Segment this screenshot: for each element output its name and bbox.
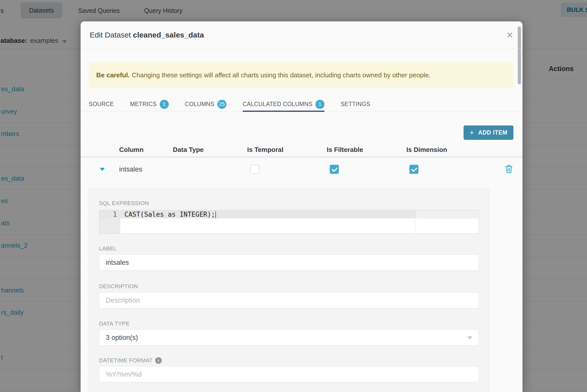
add-item-button[interactable]: + ADD ITEM [464, 125, 513, 140]
collapse-caret-icon[interactable] [100, 168, 105, 171]
description-field-label: DESCRIPTION [99, 283, 479, 290]
is-temporal-checkbox[interactable] [250, 165, 259, 174]
close-icon[interactable]: ✕ [506, 31, 514, 39]
header-is-temporal: Is Temporal [247, 146, 327, 154]
select-caret-icon [467, 336, 472, 339]
data-type-field-label: DATA TYPE [99, 320, 479, 327]
sql-editor[interactable]: 1 CAST(Sales as INTEGER); [99, 210, 479, 234]
label-input[interactable] [99, 254, 479, 271]
header-is-filterable: Is Filterable [327, 146, 406, 154]
modal-tabs: SOURCE METRICS 1 COLUMNS 25 CALCULATED C… [81, 97, 523, 112]
tab-settings[interactable]: SETTINGS [341, 97, 370, 111]
text-cursor [215, 211, 216, 218]
columns-count-badge: 25 [217, 100, 226, 109]
sql-expression-label: SQL EXPRESSION [99, 200, 479, 207]
is-dimension-checkbox[interactable] [409, 165, 418, 174]
column-name: intsales [119, 166, 173, 173]
warning-banner: Be careful.Changing these settings will … [89, 62, 513, 88]
tab-metrics[interactable]: METRICS 1 [130, 97, 169, 111]
tab-calculated-columns[interactable]: CALCULATED COLUMNS 1 [243, 97, 324, 111]
warning-bold: Be careful. [96, 71, 130, 79]
datetime-format-input[interactable] [99, 366, 479, 382]
calculated-columns-header: Column Data Type Is Temporal Is Filterab… [81, 143, 523, 157]
description-input[interactable] [99, 292, 479, 308]
modal-title-dataset: cleaned_sales_data [133, 31, 204, 39]
header-data-type: Data Type [173, 146, 247, 154]
header-is-dimension: Is Dimension [406, 146, 497, 154]
modal-title: Edit Dataset cleaned_sales_data [90, 31, 204, 39]
edit-dataset-modal: Edit Dataset cleaned_sales_data ✕ Be car… [81, 21, 523, 392]
tab-source[interactable]: SOURCE [89, 97, 114, 111]
editor-print-margin [415, 210, 415, 234]
header-column: Column [119, 146, 173, 154]
modal-header: Edit Dataset cleaned_sales_data ✕ [81, 21, 523, 49]
calculated-columns-count-badge: 1 [315, 100, 324, 109]
plus-icon: + [470, 129, 474, 137]
warning-text: Changing these settings will affect all … [132, 71, 431, 79]
tab-columns[interactable]: COLUMNS 25 [185, 97, 226, 111]
metrics-count-badge: 1 [160, 100, 169, 109]
datetime-format-field-label: DATETIME FORMAT i [99, 357, 479, 364]
calculated-column-detail-panel: SQL EXPRESSION 1 CAST(Sales as INTEGER);… [89, 189, 489, 392]
editor-line-number: 1 [99, 210, 117, 218]
delete-column-icon[interactable] [505, 165, 513, 174]
modal-title-prefix: Edit Dataset [90, 31, 131, 39]
info-icon[interactable]: i [155, 357, 162, 364]
label-field-label: LABEL [99, 245, 479, 252]
is-filterable-checkbox[interactable] [330, 165, 339, 174]
data-type-value[interactable] [99, 330, 479, 346]
sql-code[interactable]: CAST(Sales as INTEGER); [124, 210, 216, 218]
calculated-column-row: intsales [81, 159, 523, 179]
data-type-select[interactable] [99, 330, 479, 346]
